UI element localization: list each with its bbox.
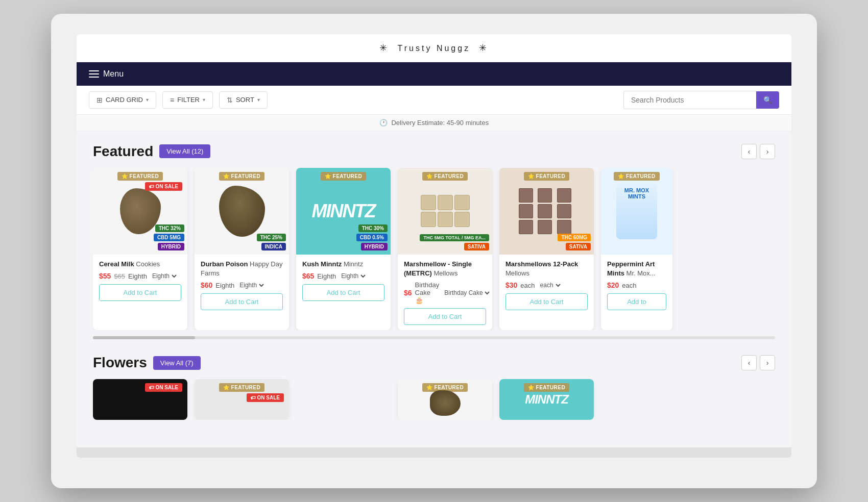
flowers-card-4: ⭐ FEATURED MINNTZ: [499, 379, 594, 420]
product-card-1: ⭐ FEATURED 🏷 ON SALE THC 32% CBD 5MG: [93, 168, 187, 330]
on-sale-badge-1: 🏷 ON SALE: [145, 182, 182, 191]
search-button[interactable]: 🔍: [756, 91, 779, 109]
chocolate-image-5: [519, 188, 575, 234]
tag-pill-3: THC 30% CBD 0.5% HYBRID: [356, 224, 388, 250]
price-current-5: $30: [505, 281, 517, 289]
add-to-cart-1[interactable]: Add to Cart: [99, 284, 181, 301]
featured-badge-4: ⭐ FEATURED: [398, 172, 492, 181]
type-pill-1: HYBRID: [158, 243, 184, 250]
filter-button[interactable]: ≡ FILTER ▾: [162, 91, 213, 109]
thc-pill-5: THC 60MG: [558, 234, 591, 241]
flowers-featured-badge-4: ⭐ FEATURED: [499, 383, 594, 392]
featured-badge-2: ⭐ FEATURED: [195, 172, 289, 181]
add-to-cart-6[interactable]: Add to: [607, 293, 666, 310]
add-to-cart-4[interactable]: Add to Cart: [404, 308, 486, 325]
flowers-card-image-3: ⭐ FEATURED: [398, 379, 492, 420]
flowers-on-sale-badge-2: 🏷 ON SALE: [247, 393, 284, 402]
flowers-on-sale-badge-1: 🏷 ON SALE: [145, 383, 182, 392]
price-unit-1: Eighth: [128, 272, 147, 280]
package-image-4: [415, 195, 476, 227]
thc-pill-3: THC 30%: [358, 224, 388, 232]
nav-bar: Menu: [77, 62, 791, 86]
card-body-2: Durban Poison Happy Day Farms $60 Eighth…: [195, 255, 289, 315]
cannabis-right-icon: ✳: [479, 42, 489, 54]
card-image-durban: ⭐ FEATURED THC 25% INDICA: [195, 168, 289, 255]
flowers-bud-3: [430, 390, 461, 416]
price-select-3[interactable]: Eighth: [339, 272, 367, 280]
bud-image-2: [214, 183, 270, 239]
card-image-marshmellows12: ⭐ FEATURED THC 60MG SATIVA: [499, 168, 594, 255]
price-row-4: $6 Birthday Cake 🎂 Birthday Cake: [404, 281, 486, 304]
price-row-1: $55 $65 Eighth Eighth: [99, 272, 181, 280]
card-body-5: Marshmellows 12-Pack Mellows $30 each ea…: [499, 255, 594, 315]
price-current-2: $60: [201, 281, 212, 289]
featured-prev-button[interactable]: ‹: [741, 144, 757, 159]
product-name-5: Marshmellows 12-Pack Mellows: [505, 260, 588, 278]
featured-badge-6: ⭐ FEATURED: [601, 172, 672, 181]
tag-pill-4: THC 5MG TOTAL / 5MG EA... SATIVA: [420, 234, 489, 250]
add-to-cart-3[interactable]: Add to Cart: [302, 284, 384, 301]
thc-pill-4: THC 5MG TOTAL / 5MG EA...: [420, 234, 489, 241]
menu-button[interactable]: Menu: [89, 69, 124, 79]
price-unit-2: Eighth: [215, 282, 234, 289]
delivery-text: Delivery Estimate: 45-90 minutes: [391, 119, 489, 127]
featured-section: Featured View All (12) ‹ › ⭐ FEATURED: [93, 143, 775, 339]
featured-nav-arrows: ‹ ›: [741, 144, 775, 159]
featured-title: Featured: [93, 143, 153, 160]
price-unit-4: Birthday Cake 🎂: [415, 281, 440, 304]
sort-button[interactable]: ⇅ SORT ▾: [219, 91, 268, 109]
price-original-1: $65: [114, 272, 125, 280]
price-select-2[interactable]: Eighth: [237, 281, 266, 289]
thc-pill-2: THC 25%: [257, 234, 286, 241]
toolbar: ⊞ CARD GRID ▾ ≡ FILTER ▾ ⇅ SORT ▾ 🔍: [77, 86, 791, 115]
main-content: Featured View All (12) ‹ › ⭐ FEATURED: [77, 131, 791, 447]
flowers-spacer: [296, 379, 391, 420]
flowers-title-group: Flowers View All (7): [93, 355, 201, 371]
price-unit-6: each: [622, 282, 636, 289]
cbd-pill-1: CBD 5MG: [154, 234, 184, 241]
add-to-cart-5[interactable]: Add to Cart: [505, 293, 588, 310]
price-row-5: $30 each each: [505, 281, 588, 289]
featured-next-button[interactable]: ›: [760, 144, 775, 159]
search-wrapper: 🔍: [623, 91, 779, 109]
grid-icon: ⊞: [97, 96, 103, 104]
flowers-featured-badge-2: ⭐ FEATURED: [195, 383, 289, 392]
tag-pill-2: THC 25% INDICA: [257, 234, 286, 250]
price-select-1[interactable]: Eighth: [150, 272, 178, 280]
flowers-cards-row: 🏷 ON SALE ⭐ FEATURED 🏷 ON SALE: [93, 379, 775, 420]
search-icon: 🔍: [763, 96, 772, 104]
delivery-bar: 🕐 Delivery Estimate: 45-90 minutes: [77, 115, 791, 131]
add-to-cart-2[interactable]: Add to Cart: [201, 293, 283, 310]
price-select-4[interactable]: Birthday Cake: [442, 289, 491, 297]
laptop-frame: ✳ Trusty Nuggz ✳ Menu ⊞ CARD GRID ▾ ≡: [51, 14, 817, 488]
flowers-card-image-2: ⭐ FEATURED 🏷 ON SALE: [195, 379, 289, 420]
price-row-3: $65 Eighth Eighth: [302, 272, 384, 280]
sort-icon: ⇅: [227, 96, 233, 104]
card-body-1: Cereal Milk Cookies $55 $65 Eighth Eight…: [93, 255, 187, 306]
card-grid-button[interactable]: ⊞ CARD GRID ▾: [89, 91, 156, 109]
card-body-3: Kush Minntz Minntz $65 Eighth Eighth Add…: [296, 255, 391, 306]
chevron-down-icon: ▾: [146, 97, 149, 103]
price-unit-3: Eighth: [317, 272, 336, 280]
card-image-cereal-milk: ⭐ FEATURED 🏷 ON SALE THC 32% CBD 5MG: [93, 168, 187, 255]
flowers-prev-button[interactable]: ‹: [741, 355, 757, 370]
price-row-6: $20 each: [607, 281, 666, 289]
card-image-marshmellow: ⭐ FEATURED THC 5MG TOTAL / 5MG EA... SAT…: [398, 168, 492, 255]
product-card-3: ⭐ FEATURED MINNTZ THC 30% CBD 0.5% HYBRI…: [296, 168, 391, 330]
minntz-logo: MINNTZ: [312, 200, 375, 222]
laptop-bottom-bar: [77, 447, 791, 458]
flowers-next-button[interactable]: ›: [760, 355, 775, 370]
flowers-card-3: ⭐ FEATURED: [398, 379, 492, 420]
featured-view-all-button[interactable]: View All (12): [159, 144, 210, 158]
card-body-6: Peppermint Art Mints Mr. Mox... $20 each…: [601, 255, 672, 315]
card-grid-label: CARD GRID: [106, 96, 143, 104]
product-name-1: Cereal Milk Cookies: [99, 260, 181, 269]
price-select-5[interactable]: each: [538, 281, 562, 289]
mr-mox-image: MR. MOXMINTS: [616, 183, 657, 239]
search-input[interactable]: [623, 91, 756, 109]
price-current-4: $6: [404, 289, 412, 297]
flowers-view-all-button[interactable]: View All (7): [153, 356, 201, 370]
product-card-4: ⭐ FEATURED THC 5MG TOTAL / 5MG EA... SAT…: [398, 168, 492, 330]
filter-label: FILTER: [177, 96, 200, 104]
card-image-minntz: ⭐ FEATURED MINNTZ THC 30% CBD 0.5% HYBRI…: [296, 168, 391, 255]
